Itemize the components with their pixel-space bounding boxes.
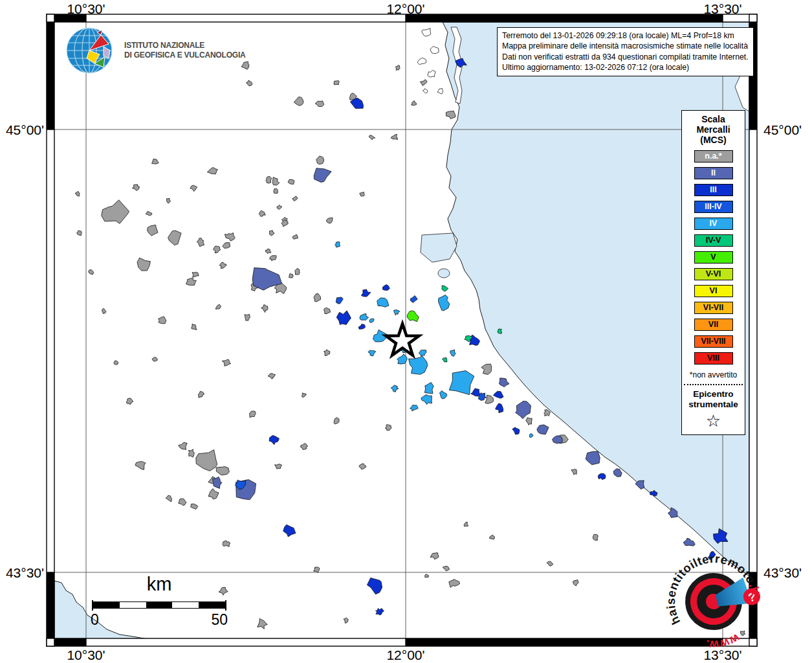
locality-IV	[440, 391, 447, 399]
locality-IV-V	[443, 357, 447, 362]
locality-II	[553, 436, 563, 444]
scale-tick-start	[92, 600, 93, 611]
locality-III-IV	[336, 297, 343, 304]
locality-IV	[335, 242, 340, 247]
locality-na	[102, 308, 106, 313]
lat-label-right-4500: 45°00'	[763, 122, 802, 138]
locality-na	[179, 442, 187, 449]
comacchio-lagoon	[421, 233, 457, 262]
locality-na	[166, 198, 170, 203]
locality-na	[324, 308, 331, 313]
locality-IV	[368, 350, 376, 356]
legend-swatch: VI	[694, 285, 733, 297]
locality-na	[277, 205, 282, 210]
locality-na	[274, 188, 278, 193]
locality-III	[376, 608, 384, 615]
legend-swatch: V	[694, 251, 733, 264]
ingv-name-line2: DI GEOFISICA E VULCANOLOGIA	[124, 51, 246, 60]
locality-II	[586, 451, 600, 465]
locality-na	[158, 317, 166, 324]
lagoon-island	[423, 89, 428, 93]
locality-na	[223, 541, 230, 546]
scale-bar: km 0 50	[91, 574, 228, 629]
legend-item-VIII: VIII	[694, 352, 733, 365]
lat-label-left-4500: 45°00'	[0, 122, 44, 138]
locality-na	[192, 272, 199, 277]
locality-na	[359, 464, 366, 469]
intensity-legend: Scala Mercalli (MCS) n.a.*IIIIIIII-IVIVI…	[681, 110, 745, 435]
legend-item-III: III	[694, 184, 733, 196]
locality-na	[208, 489, 219, 499]
locality-na	[411, 101, 417, 106]
locality-na	[294, 268, 300, 275]
locality-na	[89, 270, 94, 275]
locality-na	[464, 522, 468, 526]
locality-na	[386, 425, 391, 431]
lon-label-bottom-1030: 10°30'	[50, 647, 122, 663]
locality-V	[407, 311, 419, 322]
locality-na	[215, 304, 221, 309]
legend-swatch: VII-VIII	[694, 335, 733, 348]
locality-IV	[377, 298, 389, 307]
locality-na	[334, 81, 340, 85]
locality-IV	[360, 314, 369, 320]
legend-item-VI: VI	[694, 285, 733, 297]
locality-na	[266, 177, 272, 183]
lagoon-island	[430, 46, 439, 53]
locality-III	[358, 324, 365, 330]
locality-na	[420, 80, 427, 85]
locality-na	[196, 450, 217, 471]
locality-na	[270, 256, 276, 261]
locality-III	[382, 285, 390, 291]
locality-III	[598, 473, 606, 480]
locality-III	[493, 391, 503, 398]
locality-na	[225, 233, 235, 242]
legend-item-VI-VII: VI-VII	[694, 302, 733, 314]
legend-item-V: V	[694, 251, 733, 264]
lon-label-bottom-1200: 12°00'	[370, 647, 441, 663]
locality-na	[573, 579, 579, 585]
locality-na	[214, 246, 221, 253]
locality-na	[199, 391, 204, 398]
legend-divider	[684, 384, 743, 385]
locality-na	[526, 418, 532, 425]
lat-label-left-4330: 43°30'	[0, 565, 44, 581]
event-info-line3: Dati non verificati estratti da 934 ques…	[502, 52, 749, 62]
locality-na	[190, 185, 197, 191]
locality-III	[512, 427, 520, 434]
locality-III	[269, 436, 279, 445]
locality-na	[425, 574, 430, 578]
locality-na	[294, 97, 303, 106]
locality-na	[481, 364, 492, 374]
locality-na	[446, 111, 455, 118]
ingv-name-line1: ISTITUTO NAZIONALE	[124, 41, 246, 51]
locality-na	[316, 156, 324, 164]
locality-na	[179, 499, 186, 506]
locality-na	[259, 210, 266, 216]
locality-na	[289, 274, 293, 278]
event-info-line1: Terremoto del 13-01-2026 09:29:18 (ora l…	[502, 30, 749, 41]
locality-na	[168, 230, 181, 245]
locality-IV-V	[442, 286, 448, 291]
locality-na	[223, 243, 230, 249]
legend-item-IV: IV	[694, 218, 733, 230]
locality-II	[499, 378, 509, 387]
locality-na	[75, 192, 80, 196]
locality-na	[275, 464, 282, 469]
locality-na	[152, 159, 159, 164]
locality-na	[77, 230, 82, 235]
locality-II	[213, 477, 222, 488]
locality-III	[362, 289, 371, 297]
locality-na	[207, 168, 217, 174]
locality-na	[344, 618, 348, 624]
locality-na	[137, 258, 150, 271]
locality-na	[571, 469, 577, 475]
locality-na	[219, 262, 226, 268]
scale-bar-graphic	[93, 601, 226, 609]
locality-na	[272, 177, 280, 185]
locality-na	[146, 212, 152, 216]
locality-III	[367, 578, 382, 594]
legend-item-II: II	[694, 167, 733, 179]
locality-na	[265, 249, 271, 254]
locality-II	[537, 425, 549, 434]
